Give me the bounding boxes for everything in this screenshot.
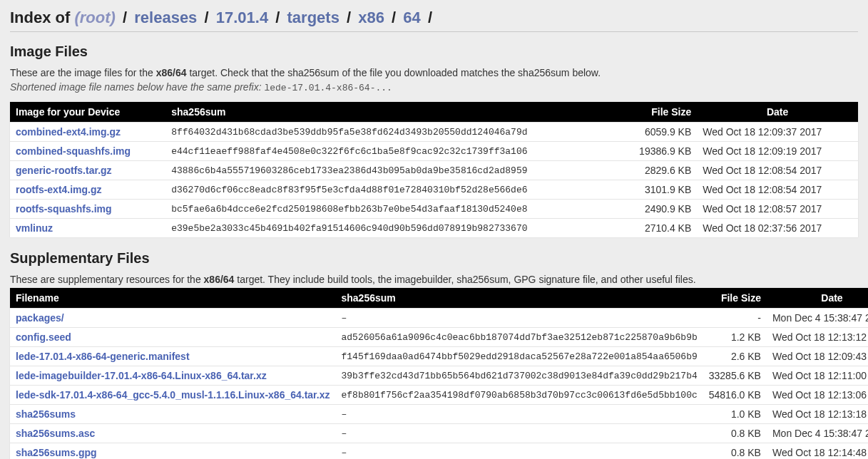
col-device: Image for your Device xyxy=(10,102,165,123)
sha-cell: 39b3ffe32cd43d71bb65b564bd621d737002c38d… xyxy=(335,366,703,386)
size-cell: 2.6 KB xyxy=(703,347,767,366)
supp-files-table: Filename sha256sum File Size Date packag… xyxy=(10,288,868,459)
breadcrumb-link[interactable]: targets xyxy=(287,9,339,26)
file-link[interactable]: packages/ xyxy=(16,312,64,324)
breadcrumb-link[interactable]: releases xyxy=(134,9,197,26)
page-title: Index of (root) / releases / 17.01.4 / t… xyxy=(10,9,858,27)
col-date: Date xyxy=(767,288,868,309)
table-row: sha256sums–1.0 KBWed Oct 18 12:13:18 201… xyxy=(10,405,868,424)
breadcrumb-sep: / xyxy=(123,9,127,26)
sha-cell: – xyxy=(335,309,703,328)
supp-files-desc: These are supplementary resources for th… xyxy=(10,274,858,285)
table-row: lede-sdk-17.01.4-x86-64_gcc-5.4.0_musl-1… xyxy=(10,386,868,405)
table-row: packages/–-Mon Dec 4 15:38:47 2017 xyxy=(10,309,868,328)
breadcrumb-sep: / xyxy=(428,9,432,26)
size-cell: 0.8 KB xyxy=(703,443,767,460)
sha-cell: ad526056a61a9096c4c0eac6bb187074dd7bf3ae… xyxy=(335,328,703,347)
image-files-table: Image for your Device sha256sum File Siz… xyxy=(10,102,858,237)
date-cell: Mon Dec 4 15:38:47 2017 xyxy=(767,309,868,328)
image-files-heading: Image Files xyxy=(10,43,858,60)
date-cell: Wed Oct 18 12:09:37 2017 xyxy=(697,123,858,142)
table-row: combined-ext4.img.gz8ff64032d431b68cdad3… xyxy=(10,123,858,142)
table-row: sha256sums.asc–0.8 KBMon Dec 4 15:38:47 … xyxy=(10,424,868,443)
file-link[interactable]: combined-squashfs.img xyxy=(16,145,131,157)
sha-cell: 8ff64032d431b68cdad3be539ddb95fa5e38fd62… xyxy=(165,123,618,142)
table-row: rootfs-squashfs.imgbc5fae6a6b4dcce6e2fcd… xyxy=(10,200,858,219)
file-link[interactable]: rootfs-squashfs.img xyxy=(16,203,112,215)
file-link[interactable]: lede-17.01.4-x86-64-generic.manifest xyxy=(16,351,190,362)
date-cell: Wed Oct 18 12:11:00 2017 xyxy=(767,366,868,386)
file-link[interactable]: config.seed xyxy=(16,331,71,343)
page-container: Index of (root) / releases / 17.01.4 / t… xyxy=(0,0,868,459)
table-header-row: Image for your Device sha256sum File Siz… xyxy=(10,102,858,123)
breadcrumb-sep: / xyxy=(204,9,208,26)
breadcrumb-link[interactable]: 64 xyxy=(403,9,420,26)
sha-cell: ef8b801f756cf2aa354198df0790ab6858b3d70b… xyxy=(335,386,703,405)
file-link[interactable]: vmlinuz xyxy=(16,222,53,234)
table-header-row: Filename sha256sum File Size Date xyxy=(10,288,868,309)
supp-files-heading: Supplementary Files xyxy=(10,250,858,267)
col-filename: Filename xyxy=(10,288,335,309)
file-link[interactable]: generic-rootfs.tar.gz xyxy=(16,165,112,176)
file-link[interactable]: lede-imagebuilder-17.01.4-x86-64.Linux-x… xyxy=(16,370,267,381)
sha-cell: d36270d6cf06cc8eadc8f83f95f5e3cfda4d88f0… xyxy=(165,180,618,200)
size-cell: - xyxy=(703,309,767,328)
table-row: config.seedad526056a61a9096c4c0eac6bb187… xyxy=(10,328,868,347)
table-row: rootfs-ext4.img.gzd36270d6cf06cc8eadc8f8… xyxy=(10,180,858,200)
size-cell: 2829.6 KB xyxy=(618,161,697,180)
breadcrumb-sep: / xyxy=(392,9,396,26)
title-prefix: Index of xyxy=(10,9,70,26)
col-size: File Size xyxy=(618,102,697,123)
file-link[interactable]: rootfs-ext4.img.gz xyxy=(16,184,102,195)
table-row: vmlinuze39e5be2a3033c45b4691b402fa915146… xyxy=(10,219,858,238)
file-link[interactable]: sha256sums xyxy=(16,408,76,420)
table-row: combined-squashfs.imge44cf11eaeff988faf4… xyxy=(10,142,858,161)
table-row: sha256sums.gpg–0.8 KBWed Oct 18 12:14:48… xyxy=(10,443,868,460)
size-cell: 6059.9 KB xyxy=(618,123,697,142)
size-cell: 0.8 KB xyxy=(703,424,767,443)
breadcrumb: (root) / releases / 17.01.4 / targets / … xyxy=(74,9,435,26)
date-cell: Mon Dec 4 15:38:47 2017 xyxy=(767,424,868,443)
date-cell: Wed Oct 18 12:08:54 2017 xyxy=(697,161,858,180)
date-cell: Wed Oct 18 12:09:19 2017 xyxy=(697,142,858,161)
sha-cell: 43886c6b4a555719603286ceb1733ea2386d43b0… xyxy=(165,161,618,180)
sha-cell: bc5fae6a6b4dcce6e2fcd250198608efbb263b7e… xyxy=(165,200,618,219)
col-size: File Size xyxy=(703,288,767,309)
file-link[interactable]: lede-sdk-17.01.4-x86-64_gcc-5.4.0_musl-1… xyxy=(16,389,330,401)
file-link[interactable]: sha256sums.gpg xyxy=(16,447,97,458)
size-cell: 1.0 KB xyxy=(703,405,767,424)
breadcrumb-sep: / xyxy=(275,9,280,26)
date-cell: Wed Oct 18 12:08:54 2017 xyxy=(697,180,858,200)
sha-cell: f145f169daa0ad6474bbf5029edd2918daca5256… xyxy=(335,347,703,366)
date-cell: Wed Oct 18 12:09:43 2017 xyxy=(767,347,868,366)
table-row: generic-rootfs.tar.gz43886c6b4a555719603… xyxy=(10,161,858,180)
image-files-note: Shortened image file names below have th… xyxy=(10,81,858,93)
sha-cell: e39e5be2a3033c45b4691b402fa91514606c940d… xyxy=(165,219,618,238)
divider xyxy=(10,31,858,32)
file-link[interactable]: sha256sums.asc xyxy=(16,428,95,439)
size-cell: 54816.0 KB xyxy=(703,386,767,405)
col-sha: sha256sum xyxy=(165,102,618,123)
col-sha: sha256sum xyxy=(335,288,703,309)
breadcrumb-link[interactable]: x86 xyxy=(358,9,384,26)
date-cell: Wed Oct 18 02:37:56 2017 xyxy=(697,219,858,238)
date-cell: Wed Oct 18 12:08:57 2017 xyxy=(697,200,858,219)
size-cell: 2490.9 KB xyxy=(618,200,697,219)
size-cell: 1.2 KB xyxy=(703,328,767,347)
date-cell: Wed Oct 18 12:13:12 2017 xyxy=(767,328,868,347)
date-cell: Wed Oct 18 12:14:48 2017 xyxy=(767,443,868,460)
sha-cell: e44cf11eaeff988faf4e4508e0c322f6fc6c1ba5… xyxy=(165,142,618,161)
image-files-desc: These are the image files for the x86/64… xyxy=(10,67,858,78)
size-cell: 3101.9 KB xyxy=(618,180,697,200)
size-cell: 19386.9 KB xyxy=(618,142,697,161)
col-date: Date xyxy=(697,102,858,123)
size-cell: 33285.6 KB xyxy=(703,366,767,386)
breadcrumb-link[interactable]: (root) xyxy=(74,9,115,26)
date-cell: Wed Oct 18 12:13:06 2017 xyxy=(767,386,868,405)
sha-cell: – xyxy=(335,405,703,424)
breadcrumb-link[interactable]: 17.01.4 xyxy=(216,9,268,26)
table-row: lede-17.01.4-x86-64-generic.manifestf145… xyxy=(10,347,868,366)
sha-cell: – xyxy=(335,424,703,443)
sha-cell: – xyxy=(335,443,703,460)
file-link[interactable]: combined-ext4.img.gz xyxy=(16,126,121,138)
